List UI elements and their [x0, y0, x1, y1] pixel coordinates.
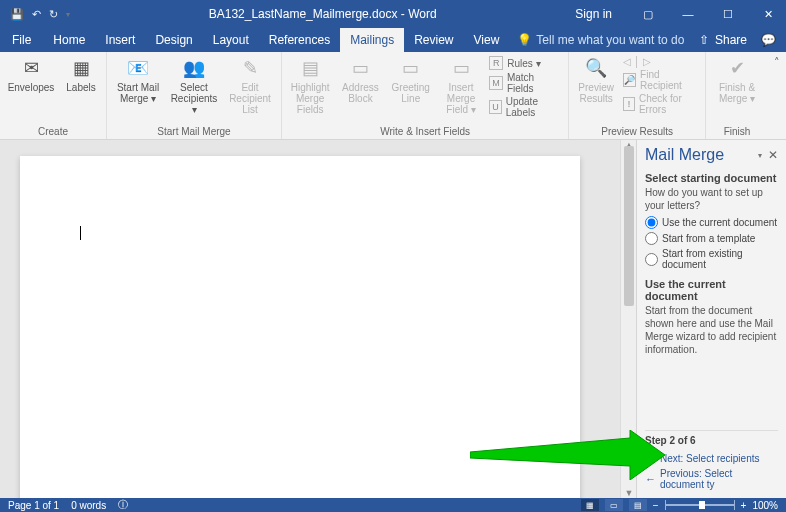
scroll-thumb[interactable]: [624, 146, 634, 306]
radio-current[interactable]: [645, 216, 658, 229]
task-pane-title: Mail Merge: [645, 146, 724, 164]
zoom-knob[interactable]: [699, 501, 705, 509]
start-mail-merge-icon: 📧: [126, 56, 150, 80]
word-count[interactable]: 0 words: [71, 500, 106, 511]
share-label[interactable]: Share: [715, 33, 747, 47]
minimize-icon[interactable]: —: [670, 0, 706, 28]
wif-small-stack: RRules ▾ MMatch Fields UUpdate Labels: [489, 56, 562, 118]
undo-icon[interactable]: ↶: [32, 8, 41, 21]
document-pane[interactable]: [0, 140, 620, 498]
greeting-line-label: Greeting Line: [389, 82, 433, 104]
edit-recipient-list-icon: ✎: [238, 56, 262, 80]
envelopes-button[interactable]: ✉ Envelopes: [6, 56, 56, 93]
ribbon-tabs: File Home Insert Design Layout Reference…: [0, 28, 786, 52]
labels-icon: ▦: [69, 56, 93, 80]
comments-icon[interactable]: 💬: [761, 33, 776, 47]
tab-review[interactable]: Review: [404, 28, 463, 52]
group-label-create: Create: [6, 124, 100, 139]
check-errors-icon: !: [623, 97, 635, 111]
update-labels-icon: U: [489, 100, 502, 114]
share-icon[interactable]: ⇧: [699, 33, 709, 47]
rules-button[interactable]: RRules ▾: [489, 56, 562, 70]
preview-results-icon: 🔍: [584, 56, 608, 80]
group-label-preview: Preview Results: [575, 124, 699, 139]
find-recipient-button: 🔎Find Recipient: [623, 69, 699, 91]
tab-references[interactable]: References: [259, 28, 340, 52]
address-block-button: ▭ Address Block: [338, 56, 382, 104]
group-write-insert: ▤ Highlight Merge Fields ▭ Address Block…: [282, 52, 569, 139]
address-block-icon: ▭: [348, 56, 372, 80]
preview-results-button: 🔍 Preview Results: [575, 56, 617, 104]
maximize-icon[interactable]: ☐: [710, 0, 746, 28]
labels-button[interactable]: ▦ Labels: [62, 56, 100, 93]
radio-template[interactable]: [645, 232, 658, 245]
redo-icon[interactable]: ↻: [49, 8, 58, 21]
prev-step-link[interactable]: ←Previous: Select document ty: [645, 466, 778, 492]
arrow-left-icon: ←: [645, 473, 656, 485]
close-icon[interactable]: ✕: [750, 0, 786, 28]
section-heading-select: Select starting document: [645, 172, 778, 184]
view-web-layout-icon[interactable]: ▤: [629, 499, 647, 511]
zoom-out-icon[interactable]: −: [653, 500, 659, 511]
radio-existing[interactable]: [645, 253, 658, 266]
group-label-wif: Write & Insert Fields: [288, 124, 562, 139]
qat-customize-icon[interactable]: ▾: [66, 10, 70, 19]
signin-link[interactable]: Sign in: [565, 7, 622, 21]
next-step-link[interactable]: →Next: Select recipients: [645, 450, 778, 466]
tell-me-placeholder: Tell me what you want to do: [536, 33, 684, 47]
document-page[interactable]: [20, 156, 580, 498]
collapse-ribbon-icon[interactable]: ˄: [768, 52, 786, 139]
starting-doc-options: Use the current document Start from a te…: [645, 216, 778, 270]
work-area: ▲ ▼ Mail Merge ▾ ✕ Select starting docum…: [0, 140, 786, 498]
tab-design[interactable]: Design: [145, 28, 202, 52]
page-indicator[interactable]: Page 1 of 1: [8, 500, 59, 511]
rules-icon: R: [489, 56, 503, 70]
tab-layout[interactable]: Layout: [203, 28, 259, 52]
mail-merge-task-pane: Mail Merge ▾ ✕ Select starting document …: [636, 140, 786, 498]
window-title: BA132_LastName_Mailmerge.docx - Word: [80, 7, 565, 21]
zoom-slider[interactable]: [665, 504, 735, 506]
ribbon-display-options-icon[interactable]: ▢: [630, 0, 666, 28]
insert-merge-field-button: ▭ Insert Merge Field ▾: [439, 56, 483, 115]
proofing-icon[interactable]: Ⓘ: [118, 498, 128, 512]
finish-merge-label: Finish & Merge ▾: [712, 82, 762, 104]
start-mail-merge-button[interactable]: 📧 Start Mail Merge ▾: [113, 56, 163, 104]
view-read-mode-icon[interactable]: ▭: [605, 499, 623, 511]
update-labels-button[interactable]: UUpdate Labels: [489, 96, 562, 118]
option-current-document[interactable]: Use the current document: [645, 216, 778, 229]
task-pane-menu-icon[interactable]: ▾: [758, 151, 762, 160]
tell-me-search[interactable]: 💡 Tell me what you want to do: [509, 28, 689, 52]
address-block-label: Address Block: [338, 82, 382, 104]
match-fields-button[interactable]: MMatch Fields: [489, 72, 562, 94]
tab-file[interactable]: File: [0, 28, 43, 52]
option-template[interactable]: Start from a template: [645, 232, 778, 245]
highlight-icon: ▤: [298, 56, 322, 80]
select-recipients-button[interactable]: 👥 Select Recipients ▾: [169, 56, 219, 115]
zoom-level[interactable]: 100%: [752, 500, 778, 511]
start-mail-merge-label: Start Mail Merge ▾: [113, 82, 163, 104]
select-recipients-label: Select Recipients ▾: [169, 82, 219, 115]
select-recipients-icon: 👥: [182, 56, 206, 80]
tab-insert[interactable]: Insert: [95, 28, 145, 52]
view-print-layout-icon[interactable]: ▦: [581, 499, 599, 511]
preview-results-label: Preview Results: [575, 82, 617, 104]
tab-view[interactable]: View: [464, 28, 510, 52]
text-cursor: [80, 226, 81, 240]
step-indicator: Step 2 of 6: [645, 430, 778, 446]
arrow-right-icon: →: [645, 452, 656, 464]
save-icon[interactable]: 💾: [10, 8, 24, 21]
option-existing[interactable]: Start from existing document: [645, 248, 778, 270]
zoom-in-icon[interactable]: +: [741, 500, 747, 511]
labels-label: Labels: [66, 82, 95, 93]
tab-mailings[interactable]: Mailings: [340, 28, 404, 52]
title-bar: 💾 ↶ ↻ ▾ BA132_LastName_Mailmerge.docx - …: [0, 0, 786, 28]
ribbon: ✉ Envelopes ▦ Labels Create 📧 Start Mail…: [0, 52, 786, 140]
task-pane-close-icon[interactable]: ✕: [768, 148, 778, 162]
edit-recipient-list-label: Edit Recipient List: [225, 82, 275, 115]
tab-home[interactable]: Home: [43, 28, 95, 52]
envelopes-label: Envelopes: [8, 82, 55, 93]
group-label-start: Start Mail Merge: [113, 124, 275, 139]
check-errors-button: !Check for Errors: [623, 93, 699, 115]
envelope-icon: ✉: [19, 56, 43, 80]
vertical-scrollbar[interactable]: ▲ ▼: [620, 140, 636, 498]
